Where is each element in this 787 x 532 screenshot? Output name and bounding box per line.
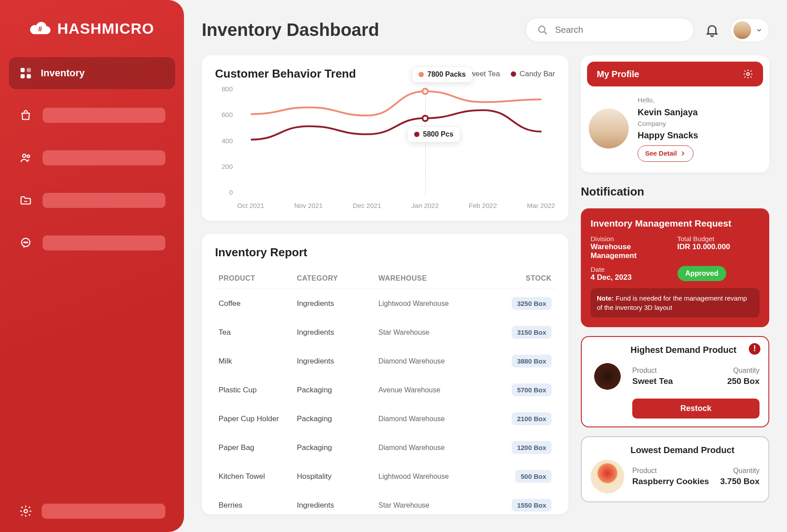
sidebar: # HASHMICRO Inventory xyxy=(0,0,184,532)
chart-plot: 7800 Packs5800 Pcs xyxy=(237,89,555,196)
avatar xyxy=(733,21,751,39)
profile-menu[interactable] xyxy=(730,18,769,42)
bag-icon xyxy=(19,108,33,122)
table-row[interactable]: CoffeeIngredientsLightwood Warehouse3250… xyxy=(215,289,555,318)
highest-demand-card: ! Highest Demand Product Product Quantit… xyxy=(581,336,769,427)
chart-card: Customer Behavior Trend Sweet Tea Candy … xyxy=(202,55,568,221)
svg-point-13 xyxy=(747,73,749,75)
table-row[interactable]: MilkIngredientsDiamond Warehouse3880 Box xyxy=(215,347,555,376)
svg-rect-3 xyxy=(20,74,24,78)
gear-icon[interactable] xyxy=(743,69,753,79)
bell-icon[interactable] xyxy=(705,23,720,38)
sidebar-placeholder xyxy=(43,193,165,208)
sidebar-item-inventory[interactable]: Inventory xyxy=(9,57,175,89)
sidebar-item-settings[interactable] xyxy=(9,504,175,519)
svg-rect-2 xyxy=(27,68,31,72)
table-row[interactable]: Paper BagPackagingDiamond Warehouse1200 … xyxy=(215,433,555,462)
sidebar-item-label: Inventory xyxy=(41,67,85,79)
alert-icon: ! xyxy=(749,343,760,355)
legend-item: Candy Bar xyxy=(511,70,555,78)
th-stock: STOCK xyxy=(487,268,555,289)
brand-logo: # HASHMICRO xyxy=(9,20,175,37)
svg-point-6 xyxy=(27,155,30,158)
sidebar-placeholder xyxy=(43,108,165,123)
notification-title: Notification xyxy=(581,185,769,199)
product-image xyxy=(591,460,624,493)
product-image xyxy=(591,360,624,393)
table-row[interactable]: Plastic CupPackagingAvenue Warehouse5700… xyxy=(215,376,555,404)
svg-point-5 xyxy=(23,154,26,157)
svg-text:#: # xyxy=(38,25,43,33)
sidebar-item-chat[interactable] xyxy=(9,227,175,259)
status-badge: Approved xyxy=(677,266,727,281)
report-table: PRODUCT CATEGORY WAREHOUSE STOCK CoffeeI… xyxy=(215,268,555,514)
topbar: Inventory Dashboard xyxy=(202,18,769,42)
sidebar-placeholder xyxy=(43,235,165,250)
chevron-down-icon xyxy=(756,27,763,34)
report-card: Inventory Report PRODUCT CATEGORY WAREHO… xyxy=(202,234,568,514)
table-row[interactable]: TeaIngredientsStar Warehouse3150 Box xyxy=(215,318,555,347)
chart-x-axis: Oct 2021Nov 2021Dec 2021Jan 2022Feb 2022… xyxy=(237,202,555,209)
search-box[interactable] xyxy=(525,18,694,42)
chat-icon xyxy=(19,236,33,250)
profile-info: Hello, Kevin Sanjaya Company Happy Snack… xyxy=(638,95,698,162)
users-icon xyxy=(19,151,33,165)
th-product: PRODUCT xyxy=(215,268,293,289)
sidebar-item-bag[interactable] xyxy=(9,99,175,132)
request-card: Inventory Management Request Division Wa… xyxy=(581,208,769,327)
chart-y-axis: 8006004002000 xyxy=(215,85,233,196)
grid-icon xyxy=(19,66,33,80)
brand-text: HASHMICRO xyxy=(57,20,154,37)
report-title: Inventory Report xyxy=(215,246,555,259)
see-detail-button[interactable]: See Detail xyxy=(638,145,693,162)
chart-tooltip: 7800 Packs xyxy=(412,66,472,82)
table-row[interactable]: BerriesIngredientsStar Warehouse1550 Box xyxy=(215,491,555,514)
sidebar-placeholder xyxy=(43,150,165,165)
request-note: Note: Fund is needed for the management … xyxy=(591,288,760,317)
chart-tooltip: 5800 Pcs xyxy=(407,126,460,142)
svg-point-8 xyxy=(24,242,25,243)
restock-button[interactable]: Restock xyxy=(632,399,760,419)
avatar xyxy=(589,109,629,149)
profile-card: My Profile Hello, Kevin Sanjaya Company … xyxy=(581,55,769,172)
svg-point-9 xyxy=(25,242,26,243)
cloud-hash-icon: # xyxy=(30,21,51,37)
svg-rect-4 xyxy=(27,74,31,78)
main: Inventory Dashboard xyxy=(184,0,787,532)
search-icon xyxy=(537,25,548,35)
gear-icon xyxy=(19,504,33,518)
search-input[interactable] xyxy=(554,24,682,35)
sidebar-item-folder[interactable] xyxy=(9,184,175,217)
th-warehouse: WAREHOUSE xyxy=(375,268,487,289)
profile-header: My Profile xyxy=(587,62,763,86)
svg-point-11 xyxy=(24,509,27,513)
lowest-demand-card: Lowest Demand Product Product Quantity R… xyxy=(581,436,769,502)
svg-point-10 xyxy=(27,242,28,243)
table-row[interactable]: Paper Cup HolderPackagingDiamond Warehou… xyxy=(215,404,555,433)
svg-rect-1 xyxy=(20,68,24,72)
svg-point-12 xyxy=(539,26,545,32)
folder-icon xyxy=(19,193,33,207)
sidebar-item-users[interactable] xyxy=(9,141,175,174)
sidebar-placeholder xyxy=(42,504,165,519)
th-category: CATEGORY xyxy=(293,268,375,289)
page-title: Inventory Dashboard xyxy=(202,20,515,40)
table-row[interactable]: Kitchen TowelHospitalityLightwood Wareho… xyxy=(215,462,555,491)
